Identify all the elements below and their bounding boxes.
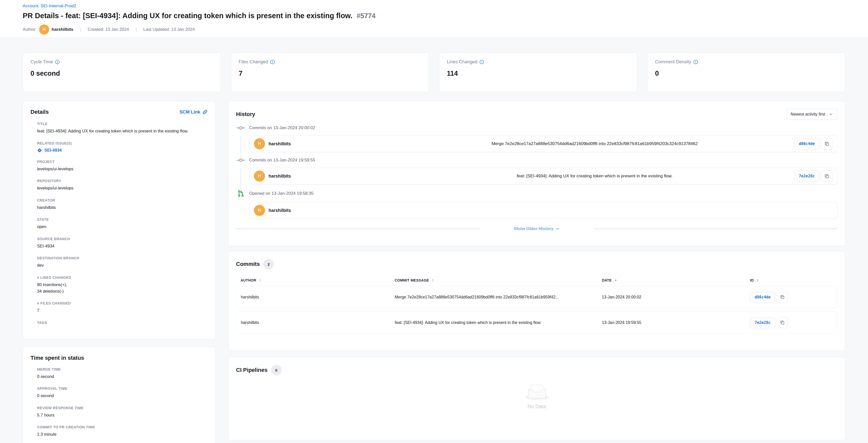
cell-commit-message: feat: [SEI-4934]: Adding UX for creating… [395, 320, 602, 325]
detail-field-repository: REPOSITORY levelops/ui-levelops [37, 179, 208, 191]
field-value: dev [37, 262, 208, 269]
ci-pipelines-panel: CI Pipelines 0 No Data [228, 357, 845, 440]
event-label: Opened on 13-Jan-2024 19:58:35 [249, 191, 313, 196]
field-value: 80 insertions(+), 34 deletions(-) [37, 282, 208, 294]
detail-field-source-branch: SOURCE BRANCH SEI-4934 [37, 237, 208, 249]
commit-message: Merge 7e2e28ce17a27a888e530754dd6ad21609… [395, 141, 794, 146]
field-label: STATE [37, 217, 208, 222]
time-field-merge: MERGE TIME 0 second [37, 367, 208, 380]
commit-sha-chip[interactable]: d86c4de [794, 138, 819, 150]
scm-link[interactable]: SCM Link [180, 109, 208, 115]
history-sort-select[interactable]: Newest activity first [786, 109, 837, 120]
field-label: # FILES CHANGED [37, 301, 208, 305]
chevron-down-icon [829, 112, 833, 117]
git-commit-icon [236, 158, 246, 163]
field-label: APPROVAL TIME [37, 386, 208, 390]
copy-icon[interactable] [777, 292, 788, 303]
field-value: feat: [SEI-4934]: Adding UX for creating… [37, 128, 208, 135]
info-icon[interactable] [693, 60, 698, 64]
last-updated-date: Last Updated: 13 Jan 2024 [143, 27, 195, 32]
divider [594, 229, 837, 229]
page-title: PR Details - feat: [SEI-4934]: Adding UX… [23, 11, 352, 20]
field-value: levelops/ui-levelops [37, 166, 208, 172]
history-heading: History [236, 111, 255, 118]
column-label: DATE [602, 278, 612, 282]
detail-field-files-changed: # FILES CHANGED 7 [37, 301, 208, 314]
detail-field-state: STATE open [37, 217, 208, 230]
author-row: Author: H harshilbits | Created: 13 Jan … [23, 25, 845, 35]
time-in-status-heading: Time spent in status [31, 355, 208, 361]
details-heading: Details [31, 109, 49, 115]
details-panel: Details SCM Link TITLE feat: [SEI-4934]:… [23, 101, 216, 339]
info-icon[interactable] [479, 60, 484, 64]
ci-pipelines-heading: CI Pipelines [236, 367, 268, 373]
history-panel: History Newest activity first Commits [228, 101, 845, 246]
detail-field-tags: TAGS [37, 321, 208, 325]
info-icon[interactable] [270, 60, 275, 64]
column-label: ID [750, 278, 754, 282]
avatar: H [254, 171, 265, 182]
metric-value: 114 [447, 70, 629, 78]
table-row: harshilbits Merge 7e2e28ce17a27a888e5307… [236, 286, 837, 308]
field-label: DESTINATION BRANCH [37, 256, 208, 260]
metric-label: Files Changed [239, 59, 268, 65]
detail-field-destination-branch: DESTINATION BRANCH dev [37, 256, 208, 269]
history-event-opened: Opened on 13-Jan-2024 19:58:35 H harshil… [236, 190, 837, 219]
cell-date: 13-Jan-2024 19:59:55 [602, 320, 750, 325]
field-value: open [37, 224, 208, 230]
avatar: H [254, 205, 265, 216]
related-issue-link[interactable]: SEI-4934 [37, 148, 208, 153]
empty-state: No Data [236, 384, 837, 409]
field-value: levelops/ui-levelops [37, 185, 208, 191]
time-field-approval: APPROVAL TIME 0 second [37, 386, 208, 399]
column-header-author[interactable]: AUTHOR [241, 278, 395, 283]
field-value: 5.7 hours [37, 412, 208, 418]
detail-field-project: PROJECT levelops/ui-levelops [37, 160, 208, 172]
divider [236, 229, 479, 229]
field-label: PROJECT [37, 160, 208, 164]
author-name: harshilbits [52, 27, 73, 32]
timeline-connector [241, 168, 241, 191]
avatar: H [39, 25, 49, 35]
info-icon[interactable] [55, 60, 60, 64]
commit-sha-chip[interactable]: d86c4de [750, 292, 775, 303]
commit-sha-chip[interactable]: 7e2e28c [794, 170, 819, 182]
separator: | [135, 27, 137, 32]
event-label: Commits on 13-Jan-2024 20:00:02 [249, 125, 315, 130]
copy-icon[interactable] [777, 317, 788, 328]
copy-icon[interactable] [821, 170, 833, 182]
metric-label: Cycle Time [31, 59, 53, 65]
pr-number: #5774 [356, 12, 375, 20]
account-breadcrumb-link[interactable]: Account: SEI-Internal-Prod2 [23, 3, 76, 8]
commit-sha-chip[interactable]: 7e2e28c [750, 317, 775, 328]
field-value: 7 [37, 307, 208, 314]
show-older-history-button[interactable]: Show Older History [514, 226, 560, 231]
copy-icon[interactable] [821, 138, 833, 150]
column-header-date[interactable]: DATE [602, 278, 750, 283]
time-in-status-panel: Time spent in status MERGE TIME 0 second… [23, 347, 216, 443]
title-row: PR Details - feat: [SEI-4934]: Adding UX… [23, 11, 845, 20]
metric-card-lines-changed: Lines Changed 114 [439, 53, 637, 92]
column-header-commit-message[interactable]: COMMIT MESSAGE [395, 278, 602, 283]
pr-author: harshilbits [269, 208, 291, 213]
chevron-down-icon [555, 227, 560, 231]
detail-field-title: TITLE feat: [SEI-4934]: Adding UX for cr… [37, 122, 208, 135]
column-header-id[interactable]: ID [750, 278, 833, 283]
commit-author: harshilbits [269, 141, 291, 147]
ci-pipelines-count-badge: 0 [271, 365, 282, 375]
column-label: COMMIT MESSAGE [395, 278, 429, 282]
metric-card-files-changed: Files Changed 7 [231, 53, 429, 92]
metric-label: Comment Density [655, 59, 691, 65]
event-label: Commits on 13-Jan-2024 19:59:55 [249, 158, 315, 163]
field-label: SOURCE BRANCH [37, 237, 208, 241]
field-value: 0 second [37, 373, 208, 380]
show-older-history-row: Show Older History [236, 226, 837, 231]
field-label: MERGE TIME [37, 367, 208, 371]
cell-date: 13-Jan-2024 20:00:02 [602, 295, 750, 299]
history-event-commit-2: Commits on 13-Jan-2024 19:59:55 H harshi… [236, 158, 837, 184]
metric-card-comment-density: Comment Density 0 [647, 53, 845, 92]
sort-selected-option: Newest activity first [790, 112, 825, 117]
field-label: REPOSITORY [37, 179, 208, 183]
scm-link-label: SCM Link [180, 110, 200, 115]
field-value: harshilbits [37, 204, 208, 211]
